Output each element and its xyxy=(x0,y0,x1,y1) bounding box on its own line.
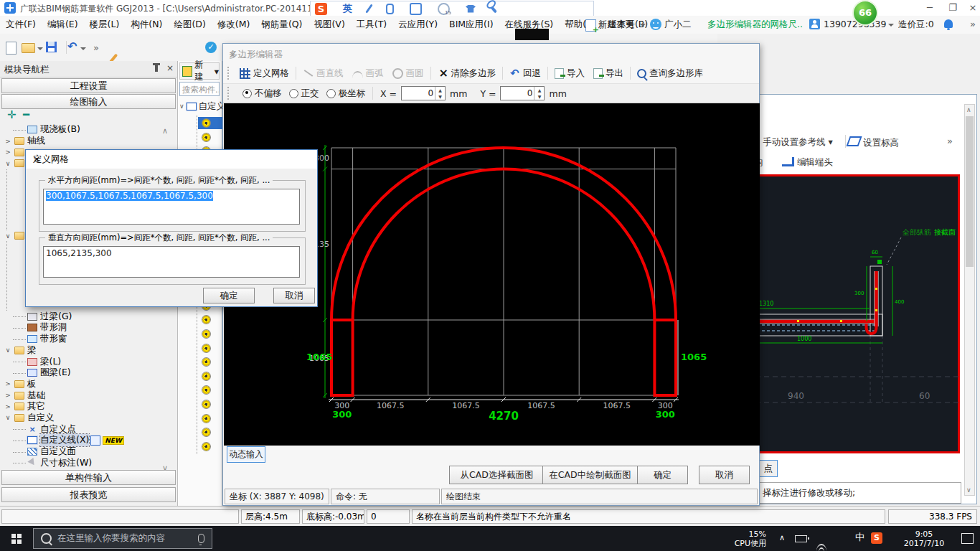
tool-undo-button[interactable]: 回退 xyxy=(505,65,545,82)
save-icon[interactable] xyxy=(46,42,57,52)
safety-ball[interactable]: 66 xyxy=(852,0,878,26)
tree-item[interactable]: 梁(L) xyxy=(0,356,166,367)
expanded-icon[interactable]: ∨ xyxy=(3,347,13,354)
tool-line-button[interactable]: 画直线 xyxy=(298,65,348,82)
component-item[interactable] xyxy=(198,328,222,340)
component-search-input[interactable]: 搜索构件... xyxy=(179,82,220,96)
voice-input-icon[interactable] xyxy=(386,4,394,14)
tree-item[interactable]: 带形洞 xyxy=(0,322,166,334)
horizontal-spacing-input[interactable]: 300,1067.5,1067.5,1067.5,1067.5,300 xyxy=(43,189,300,225)
tool-search-lib-button[interactable]: 查询多边形库 xyxy=(633,65,707,82)
scroll-up-icon[interactable]: ∧ xyxy=(966,106,971,113)
tree-item[interactable]: >轴线 xyxy=(0,136,166,147)
component-item[interactable] xyxy=(198,384,222,396)
pin-icon[interactable] xyxy=(155,65,158,72)
skin-icon[interactable] xyxy=(466,5,476,13)
group-expand-icon[interactable]: ∨ xyxy=(179,103,184,110)
new-file-icon[interactable] xyxy=(6,42,17,55)
taskbar-search[interactable]: 在这里输入你要搜索的内容 xyxy=(33,528,212,549)
ime-settings-icon[interactable] xyxy=(489,4,497,13)
polygon-editor-titlebar[interactable]: 多边形编辑器 × xyxy=(223,44,759,63)
component-item[interactable] xyxy=(198,413,222,425)
account-dropdown-icon[interactable] xyxy=(888,24,894,27)
new-change-button[interactable]: 新建变更 xyxy=(598,19,634,31)
panel-overflow-icon[interactable]: » xyxy=(947,136,953,146)
y-spinner[interactable]: ▲▼ xyxy=(534,87,544,100)
tree-item[interactable]: 圈梁(E) xyxy=(0,367,166,379)
x-input[interactable]: 0▲▼ xyxy=(401,86,446,100)
component-item[interactable] xyxy=(198,314,222,326)
component-item[interactable] xyxy=(198,398,222,410)
new-component-button[interactable]: 新建 ▾ xyxy=(179,62,220,80)
polygon-editor-close-icon[interactable]: × xyxy=(229,49,752,60)
open-file-icon[interactable] xyxy=(22,43,35,53)
dynamic-input-button[interactable]: 动态输入 xyxy=(227,446,265,463)
maximize-button[interactable]: ❐ xyxy=(943,1,962,14)
draw-input-button[interactable]: 绘图输入 xyxy=(1,94,176,109)
collapsed-icon[interactable]: > xyxy=(3,149,13,156)
tree-item[interactable]: >基础 xyxy=(0,390,166,401)
tree-item[interactable]: >板 xyxy=(0,379,166,390)
cpu-indicator[interactable]: 15%CPU使用 xyxy=(710,529,766,548)
component-item[interactable] xyxy=(198,342,222,354)
tree-item[interactable]: 带形窗 xyxy=(0,334,166,345)
editor-cancel-button[interactable]: 取消 xyxy=(699,466,750,484)
tool-arc-button[interactable]: 画弧 xyxy=(348,65,388,82)
component-item[interactable] xyxy=(198,370,222,382)
right-scrollbar[interactable]: ∧ ∨ xyxy=(964,104,975,496)
sogou-logo-icon[interactable]: S xyxy=(315,3,327,15)
tree-item[interactable]: 尺寸标注(W) xyxy=(0,457,166,468)
collapsed-icon[interactable]: > xyxy=(3,138,13,145)
tree-item[interactable]: 现浇板(B) xyxy=(0,124,166,136)
tree-item[interactable]: 过梁(G) xyxy=(0,311,166,322)
component-item[interactable] xyxy=(198,131,222,143)
dialog-cancel-button[interactable]: 取消 xyxy=(273,288,315,303)
expanded-icon[interactable]: ∨ xyxy=(3,160,13,167)
draw-in-cad-button[interactable]: 在CAD中绘制截面图 xyxy=(542,466,638,484)
tool-import-button[interactable]: 导入 xyxy=(550,65,589,82)
component-item[interactable] xyxy=(198,441,222,453)
component-item[interactable] xyxy=(198,426,222,438)
rebar-canvas[interactable]: 全部纵筋 接截面 60 1310 1000 300 400 940 60 xyxy=(755,174,960,453)
x-spinner[interactable]: ▲▼ xyxy=(435,87,445,100)
account-icon[interactable]: 15 xyxy=(438,3,450,15)
menu-item[interactable]: 绘图(D) xyxy=(168,19,211,31)
undo-icon[interactable]: ↶ xyxy=(67,39,77,53)
radio-ortho[interactable] xyxy=(289,89,298,98)
component-item[interactable] xyxy=(198,356,222,368)
radio-no-offset[interactable] xyxy=(242,89,252,98)
open-dropdown-icon[interactable] xyxy=(37,47,43,50)
dialog-titlebar[interactable]: 定义网格 × xyxy=(26,150,317,169)
nav-close-icon[interactable]: × xyxy=(166,63,174,73)
y-input[interactable]: 0▲▼ xyxy=(500,86,545,100)
expand-all-icon[interactable]: ✛ xyxy=(7,108,17,121)
handwriting-icon[interactable] xyxy=(365,4,372,13)
sogou-tray-icon[interactable]: S xyxy=(871,532,882,544)
menu-item[interactable]: BIM应用(I) xyxy=(443,19,499,31)
ime-toolbar[interactable]: S 英 15 xyxy=(310,1,594,17)
menu-item[interactable]: 视图(V) xyxy=(308,19,350,31)
tray-expand-icon[interactable]: ∧ xyxy=(779,533,785,542)
menu-item[interactable]: 修改(M) xyxy=(212,19,256,31)
collapse-all-icon[interactable]: ━ xyxy=(23,108,29,121)
menu-item[interactable]: 工具(T) xyxy=(351,19,392,31)
editor-ok-button[interactable]: 确定 xyxy=(637,466,688,484)
component-item[interactable] xyxy=(198,117,222,129)
tree-item[interactable]: 自定义面 xyxy=(0,446,166,458)
select-from-cad-button[interactable]: 从CAD选择截面图 xyxy=(449,466,545,484)
tool-grid-button[interactable]: 定义网格 xyxy=(235,65,293,82)
tree-item[interactable]: ∨梁 xyxy=(0,345,166,357)
single-component-button[interactable]: 单构件输入 xyxy=(1,470,176,485)
close-button[interactable]: × xyxy=(963,1,980,14)
tool-circle-button[interactable]: 画圆 xyxy=(388,65,428,82)
cost-beans[interactable]: 造价豆:0 xyxy=(898,19,934,31)
scrollbar-thumb[interactable] xyxy=(966,116,974,267)
scroll-down-icon[interactable]: ∨ xyxy=(966,486,971,494)
clock[interactable]: 9:052017/7/10 xyxy=(895,529,953,548)
new-change-dropdown-icon[interactable] xyxy=(640,24,646,27)
tree-item[interactable]: 自定义线(X)NEW xyxy=(0,435,166,446)
tool-export-button[interactable]: 导出 xyxy=(589,65,628,82)
collapsed-icon[interactable]: > xyxy=(3,380,13,387)
collapsed-icon[interactable]: > xyxy=(3,403,13,410)
battery-icon[interactable] xyxy=(795,535,807,542)
